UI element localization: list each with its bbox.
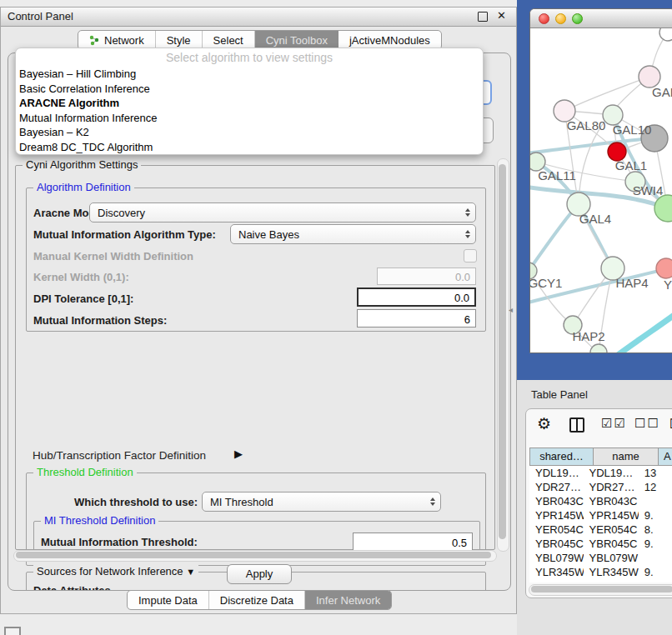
manual-kernel-label: Manual Kernel Width Definition <box>33 250 193 262</box>
mi-threshold-label: Mutual Information Threshold: <box>41 536 198 548</box>
aracne-mode-select[interactable]: Discovery <box>89 202 476 222</box>
close-traffic-light-icon[interactable] <box>539 13 549 24</box>
control-panel-titlebar: Control Panel ✕ <box>1 8 516 27</box>
table-panel: Table Panel ⚙ ☑☑ ☐☐ 🗋 shared… name A YDL… <box>517 380 672 635</box>
tab-network[interactable]: Network <box>78 31 156 49</box>
kernel-width-label: Kernel Width (0,1): <box>33 271 129 283</box>
table-row[interactable]: YDL19…YDL19…13 <box>529 466 672 480</box>
cytoscape-desktop: GAL GAL80 GAL10 GAL1 GAL11 SWI4 GAL4 GCY… <box>517 0 672 380</box>
mi-threshold-input[interactable] <box>353 532 473 551</box>
table-body[interactable]: YDL19…YDL19…13 YDR27…YDR27…12 YBR043CYBR… <box>529 466 672 582</box>
settings-horizontal-scrollbar[interactable] <box>13 550 497 562</box>
tab-network-label: Network <box>104 34 144 47</box>
node-label: GCY1 <box>530 276 562 290</box>
node-label: GAL4 <box>579 212 611 226</box>
tab-discretize-data[interactable]: Discretize Data <box>209 591 305 609</box>
node-partial-top[interactable] <box>659 28 672 41</box>
node-label: Y <box>664 278 672 292</box>
algorithm-definition-title: Algorithm Definition <box>33 181 134 193</box>
node-table-card: ⚙ ☑☑ ☐☐ 🗋 shared… name A YDL19…YDL19…13 … <box>525 408 672 598</box>
table-header: shared… name A <box>529 448 672 466</box>
kernel-width-input[interactable] <box>377 268 476 285</box>
table-horizontal-scrollbar[interactable] <box>529 584 672 596</box>
node-label: HAP4 <box>615 276 648 290</box>
column-header-name[interactable]: name <box>593 448 658 466</box>
network-window-titlebar[interactable] <box>530 9 672 28</box>
cyni-algorithm-settings-title: Cyni Algorithm Settings <box>23 158 141 171</box>
network-canvas[interactable]: GAL GAL80 GAL10 GAL1 GAL11 SWI4 GAL4 GCY… <box>530 28 672 353</box>
mi-type-select[interactable]: Naive Bayes <box>230 224 476 244</box>
tab-cyni-toolbox[interactable]: Cyni Toolbox <box>255 31 339 49</box>
algorithm-dropdown-list: Select algorithm to view settings Bayesi… <box>15 48 484 155</box>
column-header-shared-name[interactable]: shared… <box>529 448 593 466</box>
close-icon[interactable]: ✕ <box>497 9 506 22</box>
algorithm-option-selected[interactable]: ARACNE Algorithm <box>16 96 483 111</box>
node-label: GAL10 <box>613 122 652 137</box>
gear-icon[interactable]: ⚙ <box>537 414 551 433</box>
node-label: GAL1 <box>615 158 647 172</box>
dpi-tolerance-label: DPI Tolerance [0,1]: <box>33 292 133 305</box>
node-label: GAL11 <box>538 168 576 182</box>
apply-button[interactable]: Apply <box>227 564 292 584</box>
node-label: GAL80 <box>567 118 606 132</box>
algorithm-option[interactable]: Basic Correlation Inference <box>16 82 483 97</box>
collapse-down-arrow-icon[interactable]: ▼ <box>186 567 195 577</box>
which-threshold-label: Which threshold to use: <box>74 496 198 508</box>
zoom-traffic-light-icon[interactable] <box>572 13 583 24</box>
sources-title: Sources for Network Inference ▼ <box>33 565 198 578</box>
algorithm-option[interactable]: Mutual Information Inference <box>16 111 483 126</box>
data-attributes-label: Data Attributes <box>33 584 111 591</box>
hub-definition-label: Hub/Transcription Factor Definition <box>33 449 206 462</box>
manual-kernel-checkbox[interactable] <box>464 249 477 262</box>
network-icon <box>89 35 100 46</box>
network-graph: GAL GAL80 GAL10 GAL1 GAL11 SWI4 GAL4 GCY… <box>530 28 672 353</box>
expand-right-arrow-icon[interactable]: ▶ <box>234 448 243 460</box>
algorithm-definition-group: Algorithm Definition Aracne Mode: Discov… <box>26 188 486 332</box>
tab-jactivemnodules[interactable]: jActiveMNodules <box>339 31 441 49</box>
table-row[interactable]: YER054CYER054C8. <box>529 522 672 537</box>
split-columns-icon[interactable] <box>569 418 584 432</box>
algorithm-option[interactable]: Bayesian – Hill Climbing <box>16 67 483 82</box>
mi-threshold-definition-title: MI Threshold Definition <box>41 514 158 527</box>
which-threshold-select[interactable]: MI Threshold <box>202 492 441 512</box>
network-view-window[interactable]: GAL GAL80 GAL10 GAL1 GAL11 SWI4 GAL4 GCY… <box>529 8 672 353</box>
settings-vertical-scrollbar[interactable] <box>497 158 509 552</box>
node-label: SWI4 <box>633 183 664 198</box>
node-label: GAL <box>652 85 672 99</box>
panel-splitter-handle[interactable]: ◂ <box>509 305 513 314</box>
table-row[interactable]: YIL052CYIL052C9. <box>529 579 672 582</box>
table-row[interactable]: YPR145WYPR145W9. <box>529 508 672 522</box>
dpi-tolerance-input[interactable] <box>357 288 476 307</box>
control-panel-title: Control Panel <box>8 10 73 22</box>
table-row[interactable]: YDR27…YDR27…12 <box>529 480 672 494</box>
algorithm-option[interactable]: Dream8 DC_TDC Algorithm <box>16 140 483 155</box>
tab-style[interactable]: Style <box>156 31 203 49</box>
stepper-arrows-icon <box>465 230 470 238</box>
algorithm-placeholder: Select algorithm to view settings <box>16 48 483 67</box>
tab-infer-network[interactable]: Infer Network <box>305 591 391 609</box>
mi-steps-input[interactable] <box>357 309 476 328</box>
minimized-panel-icon[interactable] <box>4 627 21 635</box>
cyni-algorithm-settings-group: Cyni Algorithm Settings Algorithm Defini… <box>15 165 495 550</box>
node-label: HAP2 <box>572 329 604 343</box>
bottom-tabbar: Impute Data Discretize Data Infer Networ… <box>127 590 392 610</box>
mi-type-label: Mutual Information Algorithm Type: <box>33 228 216 241</box>
minimize-traffic-light-icon[interactable] <box>555 13 566 24</box>
table-row[interactable]: YBR043CYBR043C <box>529 494 672 508</box>
stepper-arrows-icon <box>465 208 470 217</box>
table-row[interactable]: YBR045CYBR045C9. <box>529 537 672 551</box>
table-row[interactable]: YLR345WYLR345W9. <box>529 565 672 579</box>
tab-select[interactable]: Select <box>203 31 255 49</box>
algorithm-option[interactable]: Bayesian – K2 <box>16 125 483 140</box>
column-header-partial[interactable]: A <box>658 448 672 466</box>
document-icon[interactable]: 🗋 <box>668 416 672 432</box>
tab-impute-data[interactable]: Impute Data <box>128 591 209 609</box>
deselect-all-boxes-icon[interactable]: ☐☐ <box>634 416 660 431</box>
table-row[interactable]: YBL079WYBL079W <box>529 551 672 565</box>
threshold-definition-title: Threshold Definition <box>33 466 137 478</box>
float-window-icon[interactable] <box>478 12 488 22</box>
node-bottom-partial[interactable] <box>590 344 607 353</box>
stepper-arrows-icon <box>430 498 435 506</box>
node-y-partial[interactable] <box>656 258 672 278</box>
select-all-checks-icon[interactable]: ☑☑ <box>601 416 627 431</box>
